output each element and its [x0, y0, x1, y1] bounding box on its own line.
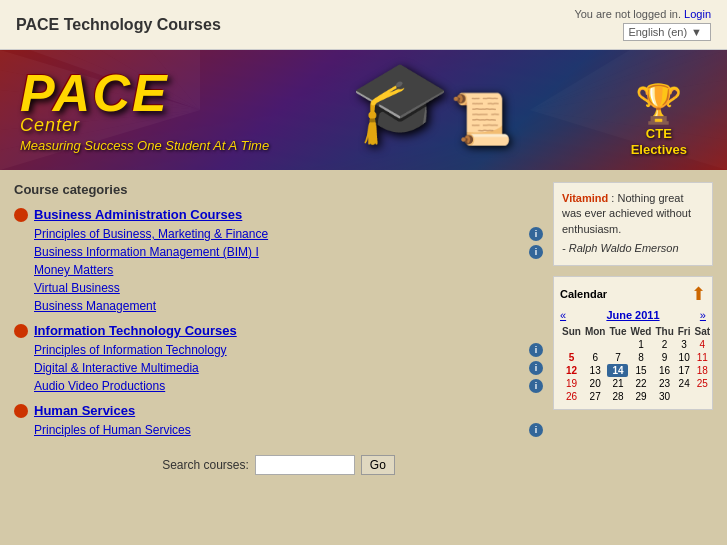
calendar-day[interactable]: 16: [653, 364, 675, 377]
calendar-day[interactable]: 23: [653, 377, 675, 390]
calendar-day[interactable]: 27: [583, 390, 608, 403]
category-bullet: [14, 404, 28, 418]
calendar-day[interactable]: 19: [560, 377, 583, 390]
quote-box: Vitamind : Nothing great was ever achiev…: [553, 182, 713, 266]
category-human-title[interactable]: Human Services: [34, 403, 135, 418]
course-link[interactable]: Principles of Business, Marketing & Fina…: [34, 227, 268, 241]
calendar-day[interactable]: 4: [693, 338, 713, 351]
course-link[interactable]: Business Management: [34, 299, 156, 313]
calendar-jump-icon[interactable]: ⬆: [691, 283, 706, 305]
calendar-day[interactable]: 7: [607, 351, 628, 364]
cte-electives: 🏆 CTE Electives: [631, 82, 687, 157]
calendar-day[interactable]: 8: [628, 351, 653, 364]
calendar-day[interactable]: 26: [560, 390, 583, 403]
category-bullet: [14, 208, 28, 222]
quote-source-name: Vitamind: [562, 192, 608, 204]
banner-pace-text: PACE: [20, 67, 169, 119]
info-icon[interactable]: i: [529, 343, 543, 357]
calendar-day: [607, 338, 628, 351]
lang-dropdown-icon[interactable]: ▼: [691, 26, 702, 38]
calendar-day[interactable]: 28: [607, 390, 628, 403]
calendar-day: [560, 338, 583, 351]
calendar-title: Calendar: [560, 288, 607, 300]
language-selector[interactable]: English (en) ▼: [623, 23, 711, 41]
quote-author: - Ralph Waldo Emerson: [562, 241, 704, 256]
banner-left: PACE Center Measuring Success One Studen…: [20, 67, 269, 153]
categories-title: Course categories: [14, 182, 543, 197]
calendar-day[interactable]: 2: [653, 338, 675, 351]
calendar-month[interactable]: June 2011: [606, 309, 659, 321]
category-it-title[interactable]: Information Technology Courses: [34, 323, 237, 338]
content-area: Course categories Business Administratio…: [14, 182, 543, 475]
calendar-day[interactable]: 11: [693, 351, 713, 364]
page-header: PACE Technology Courses You are not logg…: [0, 0, 727, 50]
calendar-day[interactable]: 13: [583, 364, 608, 377]
category-business-header: Business Administration Courses: [14, 207, 543, 222]
calendar-day[interactable]: 3: [676, 338, 693, 351]
course-item: Money Matters: [14, 261, 543, 279]
info-icon[interactable]: i: [529, 423, 543, 437]
cal-day-fri: Fri: [676, 325, 693, 338]
calendar-next[interactable]: »: [700, 309, 706, 321]
cal-day-thu: Thu: [653, 325, 675, 338]
calendar-day[interactable]: 1: [628, 338, 653, 351]
search-label: Search courses:: [162, 458, 249, 472]
calendar-day[interactable]: 6: [583, 351, 608, 364]
header-auth: You are not logged in. Login English (en…: [574, 8, 711, 41]
calendar-prev[interactable]: «: [560, 309, 566, 321]
calendar-box: Calendar ⬆ « June 2011 » Sun Mon Tue Wed…: [553, 276, 713, 410]
search-row: Search courses: Go: [14, 455, 543, 475]
calendar-day[interactable]: 10: [676, 351, 693, 364]
course-item: Principles of Business, Marketing & Fina…: [14, 225, 543, 243]
diploma-icon: 📜: [450, 90, 512, 148]
course-link[interactable]: Virtual Business: [34, 281, 120, 295]
calendar-body: 1234567891011121314151617181920212223242…: [560, 338, 712, 403]
course-link[interactable]: Digital & Interactive Multimedia: [34, 361, 199, 375]
calendar-day[interactable]: 5: [560, 351, 583, 364]
calendar-day[interactable]: 30: [653, 390, 675, 403]
cal-day-wed: Wed: [628, 325, 653, 338]
calendar-day[interactable]: 15: [628, 364, 653, 377]
course-link[interactable]: Principles of Human Services: [34, 423, 191, 437]
search-input[interactable]: [255, 455, 355, 475]
cte-trophy-icon: 🏆: [635, 82, 682, 126]
course-item: Principles of Information Technology i: [14, 341, 543, 359]
calendar-day: [583, 338, 608, 351]
calendar-day[interactable]: 9: [653, 351, 675, 364]
calendar-day[interactable]: 12: [560, 364, 583, 377]
course-link[interactable]: Audio Video Productions: [34, 379, 165, 393]
category-business-title[interactable]: Business Administration Courses: [34, 207, 242, 222]
cal-day-sun: Sun: [560, 325, 583, 338]
calendar-day[interactable]: 24: [676, 377, 693, 390]
calendar-day[interactable]: 14: [607, 364, 628, 377]
lang-label: English (en): [628, 26, 687, 38]
graduation-cap-icon: 🎓: [350, 55, 450, 149]
info-icon[interactable]: i: [529, 245, 543, 259]
category-human-header: Human Services: [14, 403, 543, 418]
calendar-day[interactable]: 25: [693, 377, 713, 390]
calendar-day: [676, 390, 693, 403]
info-icon[interactable]: i: [529, 361, 543, 375]
calendar-day[interactable]: 21: [607, 377, 628, 390]
info-icon[interactable]: i: [529, 227, 543, 241]
cte-label: CTE Electives: [631, 126, 687, 157]
main-content: Course categories Business Administratio…: [0, 170, 727, 487]
login-link[interactable]: Login: [684, 8, 711, 20]
course-link[interactable]: Business Information Management (BIM) I: [34, 245, 259, 259]
calendar-day[interactable]: 17: [676, 364, 693, 377]
calendar-day[interactable]: 18: [693, 364, 713, 377]
go-button[interactable]: Go: [361, 455, 395, 475]
calendar-day[interactable]: 20: [583, 377, 608, 390]
calendar-table: Sun Mon Tue Wed Thu Fri Sat 123456789101…: [560, 325, 712, 403]
cal-day-tue: Tue: [607, 325, 628, 338]
sidebar: Vitamind : Nothing great was ever achiev…: [553, 182, 713, 475]
info-icon[interactable]: i: [529, 379, 543, 393]
course-link[interactable]: Principles of Information Technology: [34, 343, 227, 357]
calendar-header: Calendar ⬆: [560, 283, 706, 305]
calendar-day[interactable]: 29: [628, 390, 653, 403]
calendar-day[interactable]: 22: [628, 377, 653, 390]
banner: PACE Center Measuring Success One Studen…: [0, 50, 727, 170]
cal-day-sat: Sat: [693, 325, 713, 338]
course-item: Digital & Interactive Multimedia i: [14, 359, 543, 377]
course-link[interactable]: Money Matters: [34, 263, 113, 277]
